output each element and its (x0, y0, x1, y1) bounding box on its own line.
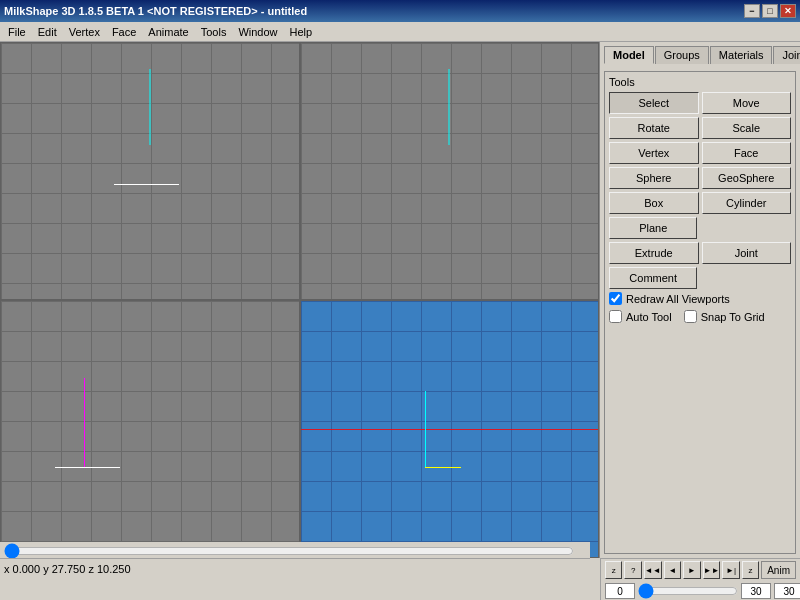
anim-fwd[interactable]: ►► (703, 561, 721, 579)
joint-button[interactable]: Joint (702, 242, 792, 264)
anim-play[interactable]: ► (683, 561, 700, 579)
move-button[interactable]: Move (702, 92, 792, 114)
right-panel: Model Groups Materials Joints Tools Sele… (600, 42, 800, 558)
vertex-button[interactable]: Vertex (609, 142, 699, 164)
viewport-perspective[interactable] (300, 300, 600, 558)
box-button[interactable]: Box (609, 192, 699, 214)
axis-h-front (114, 184, 179, 185)
menu-window[interactable]: Window (232, 24, 283, 40)
tool-row-7: Extrude Joint (609, 242, 791, 264)
anim-prev[interactable]: ◄ (664, 561, 681, 579)
anim-controls-top: z ? ◄◄ ◄ ► ►► ►| z Anim (601, 559, 800, 581)
anim-z-end[interactable]: z (742, 561, 759, 579)
sphere-button[interactable]: Sphere (609, 167, 699, 189)
axis-v-top (84, 378, 85, 468)
extrude-button[interactable]: Extrude (609, 242, 699, 264)
anim-rewind[interactable]: ◄◄ (644, 561, 662, 579)
plane-button[interactable]: Plane (609, 217, 697, 239)
tool-row-4: Sphere GeoSphere (609, 167, 791, 189)
timeline-slider[interactable] (4, 545, 574, 557)
autotool-label: Auto Tool (626, 311, 672, 323)
anim-help[interactable]: ? (624, 561, 641, 579)
anim-end-field2[interactable] (774, 583, 800, 599)
anim-end-field1[interactable] (741, 583, 771, 599)
anim-panel: z ? ◄◄ ◄ ► ►► ►| z Anim (600, 558, 800, 600)
menu-face[interactable]: Face (106, 24, 142, 40)
snap-label: Snap To Grid (701, 311, 765, 323)
viewports-area (0, 42, 600, 558)
rotate-button[interactable]: Rotate (609, 117, 699, 139)
redraw-checkbox-row: Redraw All Viewports (609, 292, 791, 305)
select-button[interactable]: Select (609, 92, 699, 114)
anim-button[interactable]: Anim (761, 561, 796, 579)
maximize-button[interactable]: □ (762, 4, 778, 18)
face-button[interactable]: Face (702, 142, 792, 164)
axis-v-side (449, 69, 450, 146)
tools-section-label: Tools (609, 76, 791, 88)
menu-bar: File Edit Vertex Face Animate Tools Wind… (0, 22, 800, 42)
main-container: Model Groups Materials Joints Tools Sele… (0, 42, 800, 558)
tool-row-5: Box Cylinder (609, 192, 791, 214)
minimize-button[interactable]: − (744, 4, 760, 18)
close-button[interactable]: ✕ (780, 4, 796, 18)
menu-edit[interactable]: Edit (32, 24, 63, 40)
tab-joints[interactable]: Joints (773, 46, 800, 64)
axis-h-perspective (301, 429, 599, 430)
snap-checkbox[interactable] (684, 310, 697, 323)
axis-h-top (55, 467, 120, 468)
viewport-top[interactable] (0, 300, 300, 558)
window-title: MilkShape 3D 1.8.5 BETA 1 <NOT REGISTERE… (4, 5, 744, 17)
grid-top (1, 301, 299, 557)
coords-display: x 0.000 y 27.750 z 10.250 (4, 563, 131, 575)
cylinder-button[interactable]: Cylinder (702, 192, 792, 214)
axis-v-front (149, 69, 150, 146)
menu-tools[interactable]: Tools (195, 24, 233, 40)
anim-start-field[interactable] (605, 583, 635, 599)
menu-help[interactable]: Help (284, 24, 319, 40)
viewport-side[interactable] (300, 42, 600, 300)
menu-vertex[interactable]: Vertex (63, 24, 106, 40)
tab-materials[interactable]: Materials (710, 46, 773, 64)
panel-content: Tools Select Move Rotate Scale Vertex Fa… (604, 71, 796, 554)
window-controls: − □ ✕ (744, 4, 796, 18)
tool-row-6: Plane (609, 217, 791, 239)
anim-end[interactable]: ►| (722, 561, 739, 579)
tool-row-3: Vertex Face (609, 142, 791, 164)
tool-row-8: Comment (609, 267, 791, 289)
redraw-label: Redraw All Viewports (626, 293, 730, 305)
viewport-front[interactable] (0, 42, 300, 300)
menu-file[interactable]: File (2, 24, 32, 40)
anim-z-start[interactable]: z (605, 561, 622, 579)
axis-v-perspective (425, 391, 426, 468)
scale-button[interactable]: Scale (702, 117, 792, 139)
autotool-checkbox[interactable] (609, 310, 622, 323)
tabs: Model Groups Materials Joints (604, 46, 796, 64)
anim-pos-slider[interactable] (638, 583, 738, 599)
autotool-checkbox-row: Auto Tool (609, 310, 672, 323)
snap-checkbox-row: Snap To Grid (684, 310, 765, 323)
title-bar: MilkShape 3D 1.8.5 BETA 1 <NOT REGISTERE… (0, 0, 800, 22)
geosphere-button[interactable]: GeoSphere (702, 167, 792, 189)
axis-y-perspective (425, 467, 461, 468)
status-bar: x 0.000 y 27.750 z 10.250 (0, 558, 590, 578)
comment-button[interactable]: Comment (609, 267, 697, 289)
menu-animate[interactable]: Animate (142, 24, 194, 40)
tool-row-2: Rotate Scale (609, 117, 791, 139)
tab-model[interactable]: Model (604, 46, 654, 64)
redraw-checkbox[interactable] (609, 292, 622, 305)
tool-row-1: Select Move (609, 92, 791, 114)
tab-groups[interactable]: Groups (655, 46, 709, 64)
